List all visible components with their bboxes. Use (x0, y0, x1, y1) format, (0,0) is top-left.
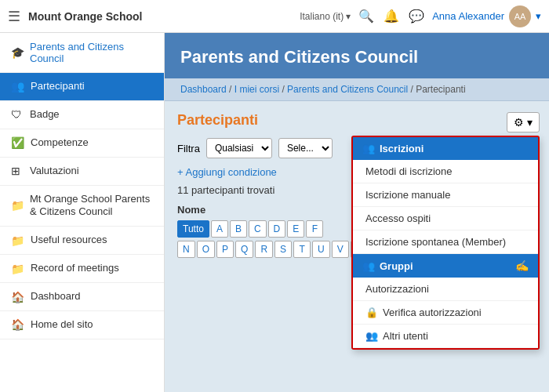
page-title: Parents and Citizens Council (180, 47, 533, 67)
dropdown-item-manuale[interactable]: Iscrizione manuale (353, 183, 538, 207)
section-title: Partecipanti (177, 112, 536, 129)
graduation-icon: 🎓 (11, 46, 24, 59)
folder-icon-2: 📁 (11, 234, 24, 247)
lock-icon: 🔒 (365, 307, 378, 318)
filter-select-1[interactable]: Qualsiasi (206, 138, 272, 158)
user-name: Anna Alexander (432, 10, 504, 22)
sidebar-item-mt-orange[interactable]: 📁 Mt Orange School Parents & Citizens Co… (0, 186, 164, 227)
sidebar-item-badge[interactable]: 🛡 Badge (0, 101, 164, 129)
gear-button[interactable]: ⚙ ▾ (507, 112, 540, 132)
app-title: Mount Orange School (28, 10, 292, 23)
home-icon-1: 🏠 (11, 291, 24, 303)
users-icon: 👥 (11, 80, 24, 93)
sidebar-item-record[interactable]: 📁 Record of meetings (0, 255, 164, 283)
navbar-icons: 🔍 🔔 💬 (358, 9, 424, 24)
breadcrumb: Dashboard / I miei corsi / Parents and C… (165, 78, 549, 101)
sidebar-item-partecipanti[interactable]: 👥 Partecipanti (0, 73, 164, 101)
sidebar-label-home-site: Home del sito (31, 318, 93, 332)
letter-t[interactable]: T (293, 241, 311, 258)
sidebar-item-competenze[interactable]: ✅ Competenze (0, 129, 164, 158)
letter-b[interactable]: B (230, 220, 247, 238)
home-icon-2: 🏠 (11, 318, 24, 331)
letter-n[interactable]: N (177, 241, 195, 258)
page-header: Parents and Citizens Council (165, 33, 549, 78)
sidebar-item-valutazioni[interactable]: ⊞ Valutazioni (0, 158, 164, 186)
sidebar-label-mt-orange: Mt Orange School Parents & Citizens Coun… (30, 193, 153, 220)
gear-arrow-icon: ▾ (527, 116, 533, 129)
folder-icon-3: 📁 (11, 263, 24, 275)
breadcrumb-dashboard[interactable]: Dashboard (180, 84, 227, 95)
avatar: AA (509, 5, 531, 27)
dropdown-item-verifica[interactable]: 🔒 Verifica autorizzazioni (353, 301, 538, 325)
dropdown-item-altri-utenti[interactable]: 👥 Altri utenti (353, 325, 538, 348)
gruppi-label: Gruppi (380, 260, 413, 272)
sidebar-label-valutazioni: Valutazioni (30, 165, 79, 178)
layout: 🎓 Parents and Citizens Council 👥 Parteci… (0, 33, 549, 392)
language-selector[interactable]: Italiano (it) ▾ (300, 11, 351, 22)
breadcrumb-sep-1: / (229, 84, 235, 95)
letter-f[interactable]: F (306, 220, 323, 238)
sidebar-item-useful[interactable]: 📁 Useful resources (0, 227, 164, 255)
letter-e[interactable]: E (287, 220, 304, 238)
search-icon[interactable]: 🔍 (358, 9, 374, 24)
user-menu[interactable]: Anna Alexander AA ▾ (432, 5, 541, 27)
letter-r[interactable]: R (255, 241, 273, 258)
gruppi-icon: 👥 (362, 260, 375, 272)
sidebar-label-competenze: Competenze (31, 136, 89, 150)
users2-icon: 👥 (365, 330, 378, 342)
letter-o[interactable]: O (197, 241, 215, 258)
dropdown-item-ospiti[interactable]: Accesso ospiti (353, 207, 538, 230)
content-area: Partecipanti ⚙ ▾ Filtra Qualsiasi Sele..… (165, 101, 549, 269)
filter-label: Filtra (177, 143, 200, 154)
breadcrumb-council[interactable]: Parents and Citizens Council (287, 84, 408, 95)
check-icon: ✅ (11, 136, 24, 149)
dropdown-section-gruppi: 👥 Gruppi ✍ (353, 254, 538, 278)
sidebar-item-home-site[interactable]: 🏠 Home del sito (0, 311, 164, 339)
chat-icon[interactable]: 💬 (409, 9, 424, 24)
iscrizioni-label: Iscrizioni (380, 143, 424, 154)
dropdown-popup: 👥 Iscrizioni Metodi di iscrizione Iscriz… (351, 136, 540, 350)
letter-q[interactable]: Q (235, 241, 253, 258)
letter-d[interactable]: D (268, 220, 286, 238)
cursor-hand-icon: ✍ (515, 260, 529, 272)
sidebar-item-dashboard[interactable]: 🏠 Dashboard (0, 283, 164, 311)
letter-p[interactable]: P (216, 241, 234, 258)
sidebar: 🎓 Parents and Citizens Council 👥 Parteci… (0, 33, 165, 392)
navbar: ☰ Mount Orange School Italiano (it) ▾ 🔍 … (0, 0, 549, 33)
sidebar-label-useful: Useful resources (31, 234, 107, 247)
filter-select-2[interactable]: Sele... (278, 138, 333, 158)
dropdown-item-autorizzazioni[interactable]: Autorizzazioni (353, 278, 538, 301)
main-content: Parents and Citizens Council Dashboard /… (165, 33, 549, 392)
letter-c[interactable]: C (249, 220, 267, 238)
lang-arrow-icon: ▾ (346, 11, 351, 22)
sidebar-item-parents-citizens[interactable]: 🎓 Parents and Citizens Council (0, 33, 164, 73)
dropdown-item-spontanea[interactable]: Iscrizione spontanea (Member) (353, 230, 538, 254)
grid-icon: ⊞ (11, 165, 24, 177)
letter-s[interactable]: S (274, 241, 292, 258)
dropdown-item-metodi[interactable]: Metodi di iscrizione (353, 160, 538, 183)
bell-icon[interactable]: 🔔 (384, 9, 399, 24)
sidebar-label-record: Record of meetings (31, 262, 119, 275)
sidebar-label-badge: Badge (30, 108, 60, 122)
iscrizioni-icon: 👥 (362, 143, 375, 154)
folder-icon-1: 📁 (11, 199, 24, 212)
badge-icon: 🛡 (11, 108, 24, 121)
breadcrumb-current: Partecipanti (416, 84, 465, 95)
sidebar-label-partecipanti: Partecipanti (31, 80, 85, 93)
letter-v[interactable]: V (332, 241, 349, 258)
dropdown-section-iscrizioni: 👥 Iscrizioni (353, 137, 538, 160)
hamburger-icon[interactable]: ☰ (8, 8, 20, 25)
lang-label: Italiano (it) (300, 11, 344, 22)
letter-u[interactable]: U (312, 241, 330, 258)
sidebar-link-parents[interactable]: Parents and Citizens Council (30, 41, 153, 64)
gear-icon: ⚙ (514, 116, 524, 129)
letter-tutto[interactable]: Tutto (177, 220, 209, 238)
breadcrumb-miei-corsi[interactable]: I miei corsi (235, 84, 279, 95)
user-arrow-icon: ▾ (536, 10, 541, 22)
letter-a[interactable]: A (211, 220, 228, 238)
sidebar-label-dashboard: Dashboard (31, 290, 81, 303)
